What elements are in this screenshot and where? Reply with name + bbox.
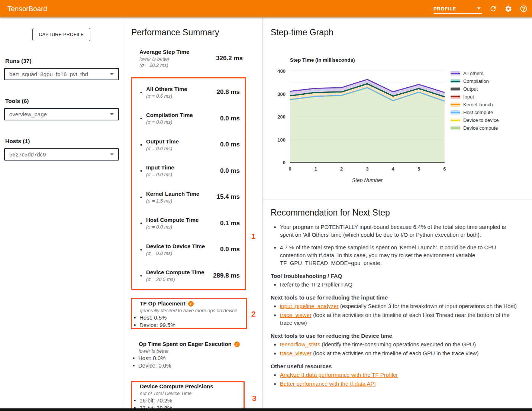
legend-label: Host compute	[463, 110, 493, 115]
legend-item: Compilation	[451, 77, 499, 85]
rec-link[interactable]: input_pipeline_analyzer	[280, 303, 339, 309]
metric-row: •Input Time(σ = 0.0 ms)0.0 ms	[132, 158, 245, 184]
recommendation-sections: Tool troubleshooting / FAQRefer to the T…	[271, 273, 521, 388]
metric-value: 0.0 ms	[220, 167, 245, 175]
info-icon[interactable]: i	[188, 301, 194, 307]
rec-link[interactable]: Analyze tf.data performance with the TF …	[280, 372, 398, 378]
eager-title: Op Time Spent on Eager Execution	[139, 340, 232, 348]
capture-profile-button[interactable]: CAPTURE PROFILE	[32, 28, 90, 41]
hosts-select[interactable]: 5627c5dd7dc9	[4, 148, 119, 161]
chevron-down-icon	[110, 73, 114, 75]
eager-execution-section: Op Time Spent on Eager Execution i lower…	[131, 340, 247, 369]
rec-item: trace_viewer (look at the activities on …	[280, 349, 521, 357]
rec-item: Better performance with the tf.data API	[280, 380, 521, 388]
metric-label: Input Time	[146, 164, 174, 171]
annotation-label-2: 2	[251, 310, 256, 318]
svg-text:100: 100	[277, 137, 286, 143]
settings-button[interactable]	[504, 5, 512, 13]
svg-text:5: 5	[417, 166, 420, 172]
list-item: •Device: 0.0%	[131, 362, 247, 369]
list-item-text: Host: 0.0%	[138, 355, 165, 362]
legend-swatch-icon	[451, 103, 460, 107]
tf-op-placement-items: •Host: 0.5%•Device: 99.5%	[132, 314, 246, 329]
svg-text:300: 300	[277, 91, 286, 97]
list-item: •Host: 0.5%	[132, 314, 246, 321]
svg-text:6: 6	[443, 166, 446, 172]
svg-text:2: 2	[340, 166, 343, 172]
recommendation-bullets: Your program is POTENTIALLY input-bound …	[271, 223, 521, 267]
metric-row: •Device Compute Time(σ = 20.5 ms)289.8 m…	[132, 263, 245, 289]
metric-sigma: (σ = 0.0 ms)	[146, 119, 193, 125]
chevron-down-icon	[110, 153, 114, 155]
bullet-icon: •	[133, 355, 138, 362]
hosts-selector-group: Hosts (1) 5627c5dd7dc9	[0, 138, 123, 161]
rec-link[interactable]: trace_viewer	[280, 350, 312, 356]
tf-op-placement-title: TF Op Placement	[140, 300, 186, 307]
svg-text:200: 200	[277, 114, 286, 120]
info-icon[interactable]: i	[234, 342, 240, 347]
metric-label: Device Compute Time	[146, 269, 204, 276]
tensorboard-profile-page: TensorBoard PROFILE CAPTURE PROFILE Runs…	[0, 0, 532, 411]
legend-label: Output	[463, 86, 478, 92]
list-item-text: Host: 0.5%	[139, 314, 167, 321]
list-item-text: Device: 99.5%	[139, 321, 175, 329]
legend-line	[451, 112, 460, 113]
rec-link[interactable]: tensorflow_stats	[280, 341, 320, 347]
rec-item: trace_viewer (look at the activities on …	[280, 311, 521, 327]
svg-text:Step Time (in milliseconds): Step Time (in milliseconds)	[290, 57, 355, 63]
legend-swatch-icon	[451, 95, 460, 99]
rec-section-heading: Next tools to use for reducing the input…	[271, 294, 521, 301]
precisions-title: Device Compute Precisions	[140, 383, 213, 390]
metric-subtitle: lower is better	[139, 56, 189, 62]
metric-text: Compilation Time(σ = 0.0 ms)	[146, 111, 193, 125]
legend-swatch-icon	[451, 87, 460, 91]
legend-item: Device compute	[451, 124, 499, 132]
rec-item: tensorflow_stats (identify the time-cons…	[280, 340, 521, 348]
metric-sigma: (σ = 1.5 ms)	[146, 198, 199, 204]
right-pane: Step-time Graph Step Time (in millisecon…	[263, 17, 532, 408]
runs-select[interactable]: bert_squad_8gpu_fp16_pvt_thd	[4, 68, 119, 80]
metric-label: Kernel Launch Time	[146, 190, 199, 198]
rec-link[interactable]: trace_viewer	[280, 312, 312, 318]
hosts-label: Hosts (1)	[5, 138, 123, 145]
svg-text:Step Number: Step Number	[352, 177, 383, 183]
svg-text:3: 3	[366, 166, 368, 172]
dashboard-select[interactable]: PROFILE	[433, 4, 482, 14]
reload-button[interactable]	[489, 5, 497, 13]
rec-section-list: tensorflow_stats (identify the time-cons…	[271, 340, 521, 357]
legend-item: Kernel launch	[451, 101, 499, 109]
recommendation-bullet: 4.7 % of the total step time sampled is …	[280, 243, 521, 267]
bullet-icon: •	[140, 89, 146, 96]
legend-label: Kernel launch	[463, 102, 493, 107]
metric-sigma: (σ = 0.0 ms)	[146, 145, 179, 152]
metric-label: Output Time	[146, 138, 179, 145]
metric-sigma: (σ = 0.0 ms)	[146, 250, 205, 256]
help-button[interactable]	[519, 5, 528, 13]
average-step-time-row: Average Step Time lower is better (σ = 2…	[131, 48, 248, 68]
legend-swatch-icon	[451, 71, 460, 75]
rec-link[interactable]: Better performance with the tf.data API	[280, 381, 376, 387]
hosts-select-value: 5627c5dd7dc9	[9, 151, 46, 158]
bullet-icon: •	[134, 321, 139, 329]
bottom-divider-bar	[0, 408, 532, 411]
metric-value: 289.8 ms	[213, 272, 245, 279]
sidebar: CAPTURE PROFILE Runs (37) bert_squad_8gp…	[0, 17, 123, 408]
legend-swatch-icon	[451, 110, 460, 114]
metric-value: 20.8 ms	[217, 88, 245, 96]
tools-select[interactable]: overview_page	[4, 108, 119, 120]
rec-section-heading: Next tools to use for reducing the Devic…	[271, 333, 521, 339]
metric-row: •Kernel Launch Time(σ = 1.5 ms)15.4 ms	[132, 184, 245, 210]
eager-items: •Host: 0.0%•Device: 0.0%	[131, 355, 247, 369]
legend-item: Device to device	[451, 116, 499, 124]
annotation-label-3: 3	[252, 394, 257, 403]
metric-label: Device to Device Time	[146, 243, 205, 250]
metric-value: 0.1 ms	[220, 220, 245, 227]
metric-text: Kernel Launch Time(σ = 1.5 ms)	[146, 190, 199, 204]
rec-section-list: input_pipeline_analyzer (especially Sect…	[271, 302, 521, 327]
legend-label: All others	[463, 71, 483, 76]
runs-select-value: bert_squad_8gpu_fp16_pvt_thd	[9, 71, 88, 77]
list-item-text: 16-bit: 70.2%	[139, 397, 172, 404]
metric-text: Output Time(σ = 0.0 ms)	[146, 138, 179, 152]
metric-sigma: (σ = 20.5 ms)	[146, 276, 204, 282]
annotation-box-3: Device Compute Precisions out of Total D…	[131, 381, 245, 410]
